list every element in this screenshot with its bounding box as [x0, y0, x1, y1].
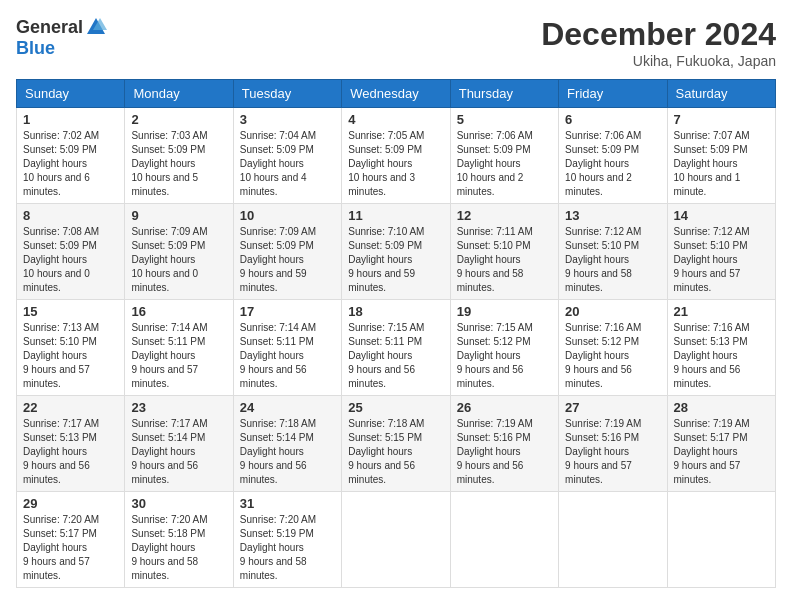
cell-content: Sunrise: 7:14 AM Sunset: 5:11 PM Dayligh…	[240, 321, 335, 391]
table-row: 31 Sunrise: 7:20 AM Sunset: 5:19 PM Dayl…	[233, 492, 341, 588]
page-header: General Blue December 2024 Ukiha, Fukuok…	[16, 16, 776, 69]
month-title: December 2024	[541, 16, 776, 53]
cell-content: Sunrise: 7:11 AM Sunset: 5:10 PM Dayligh…	[457, 225, 552, 295]
day-number: 3	[240, 112, 335, 127]
cell-content: Sunrise: 7:19 AM Sunset: 5:16 PM Dayligh…	[457, 417, 552, 487]
day-number: 1	[23, 112, 118, 127]
cell-content: Sunrise: 7:03 AM Sunset: 5:09 PM Dayligh…	[131, 129, 226, 199]
table-row: 25 Sunrise: 7:18 AM Sunset: 5:15 PM Dayl…	[342, 396, 450, 492]
col-friday: Friday	[559, 80, 667, 108]
day-number: 19	[457, 304, 552, 319]
day-number: 18	[348, 304, 443, 319]
day-number: 4	[348, 112, 443, 127]
cell-content: Sunrise: 7:20 AM Sunset: 5:18 PM Dayligh…	[131, 513, 226, 583]
table-row	[559, 492, 667, 588]
cell-content: Sunrise: 7:18 AM Sunset: 5:14 PM Dayligh…	[240, 417, 335, 487]
table-row: 19 Sunrise: 7:15 AM Sunset: 5:12 PM Dayl…	[450, 300, 558, 396]
calendar-week-row: 1 Sunrise: 7:02 AM Sunset: 5:09 PM Dayli…	[17, 108, 776, 204]
cell-content: Sunrise: 7:10 AM Sunset: 5:09 PM Dayligh…	[348, 225, 443, 295]
day-number: 17	[240, 304, 335, 319]
table-row: 11 Sunrise: 7:10 AM Sunset: 5:09 PM Dayl…	[342, 204, 450, 300]
day-number: 12	[457, 208, 552, 223]
cell-content: Sunrise: 7:09 AM Sunset: 5:09 PM Dayligh…	[240, 225, 335, 295]
day-number: 11	[348, 208, 443, 223]
day-number: 15	[23, 304, 118, 319]
table-row: 20 Sunrise: 7:16 AM Sunset: 5:12 PM Dayl…	[559, 300, 667, 396]
cell-content: Sunrise: 7:04 AM Sunset: 5:09 PM Dayligh…	[240, 129, 335, 199]
day-number: 27	[565, 400, 660, 415]
cell-content: Sunrise: 7:08 AM Sunset: 5:09 PM Dayligh…	[23, 225, 118, 295]
table-row: 22 Sunrise: 7:17 AM Sunset: 5:13 PM Dayl…	[17, 396, 125, 492]
day-number: 22	[23, 400, 118, 415]
day-number: 8	[23, 208, 118, 223]
logo: General Blue	[16, 16, 107, 59]
cell-content: Sunrise: 7:13 AM Sunset: 5:10 PM Dayligh…	[23, 321, 118, 391]
col-monday: Monday	[125, 80, 233, 108]
cell-content: Sunrise: 7:20 AM Sunset: 5:19 PM Dayligh…	[240, 513, 335, 583]
day-number: 21	[674, 304, 769, 319]
logo-blue-text: Blue	[16, 38, 55, 59]
table-row: 23 Sunrise: 7:17 AM Sunset: 5:14 PM Dayl…	[125, 396, 233, 492]
table-row: 12 Sunrise: 7:11 AM Sunset: 5:10 PM Dayl…	[450, 204, 558, 300]
table-row: 9 Sunrise: 7:09 AM Sunset: 5:09 PM Dayli…	[125, 204, 233, 300]
location: Ukiha, Fukuoka, Japan	[541, 53, 776, 69]
logo-icon	[85, 16, 107, 38]
title-area: December 2024 Ukiha, Fukuoka, Japan	[541, 16, 776, 69]
day-number: 25	[348, 400, 443, 415]
cell-content: Sunrise: 7:17 AM Sunset: 5:14 PM Dayligh…	[131, 417, 226, 487]
table-row: 10 Sunrise: 7:09 AM Sunset: 5:09 PM Dayl…	[233, 204, 341, 300]
table-row: 26 Sunrise: 7:19 AM Sunset: 5:16 PM Dayl…	[450, 396, 558, 492]
day-number: 20	[565, 304, 660, 319]
table-row: 7 Sunrise: 7:07 AM Sunset: 5:09 PM Dayli…	[667, 108, 775, 204]
col-thursday: Thursday	[450, 80, 558, 108]
day-number: 28	[674, 400, 769, 415]
day-number: 2	[131, 112, 226, 127]
cell-content: Sunrise: 7:05 AM Sunset: 5:09 PM Dayligh…	[348, 129, 443, 199]
day-number: 29	[23, 496, 118, 511]
table-row: 14 Sunrise: 7:12 AM Sunset: 5:10 PM Dayl…	[667, 204, 775, 300]
cell-content: Sunrise: 7:16 AM Sunset: 5:12 PM Dayligh…	[565, 321, 660, 391]
day-number: 7	[674, 112, 769, 127]
table-row: 16 Sunrise: 7:14 AM Sunset: 5:11 PM Dayl…	[125, 300, 233, 396]
table-row: 21 Sunrise: 7:16 AM Sunset: 5:13 PM Dayl…	[667, 300, 775, 396]
calendar-week-row: 29 Sunrise: 7:20 AM Sunset: 5:17 PM Dayl…	[17, 492, 776, 588]
calendar-week-row: 8 Sunrise: 7:08 AM Sunset: 5:09 PM Dayli…	[17, 204, 776, 300]
table-row: 29 Sunrise: 7:20 AM Sunset: 5:17 PM Dayl…	[17, 492, 125, 588]
table-row: 3 Sunrise: 7:04 AM Sunset: 5:09 PM Dayli…	[233, 108, 341, 204]
table-row: 5 Sunrise: 7:06 AM Sunset: 5:09 PM Dayli…	[450, 108, 558, 204]
table-row	[667, 492, 775, 588]
cell-content: Sunrise: 7:19 AM Sunset: 5:16 PM Dayligh…	[565, 417, 660, 487]
day-number: 16	[131, 304, 226, 319]
cell-content: Sunrise: 7:14 AM Sunset: 5:11 PM Dayligh…	[131, 321, 226, 391]
calendar-week-row: 15 Sunrise: 7:13 AM Sunset: 5:10 PM Dayl…	[17, 300, 776, 396]
table-row: 13 Sunrise: 7:12 AM Sunset: 5:10 PM Dayl…	[559, 204, 667, 300]
cell-content: Sunrise: 7:20 AM Sunset: 5:17 PM Dayligh…	[23, 513, 118, 583]
table-row: 17 Sunrise: 7:14 AM Sunset: 5:11 PM Dayl…	[233, 300, 341, 396]
table-row: 4 Sunrise: 7:05 AM Sunset: 5:09 PM Dayli…	[342, 108, 450, 204]
day-number: 10	[240, 208, 335, 223]
cell-content: Sunrise: 7:07 AM Sunset: 5:09 PM Dayligh…	[674, 129, 769, 199]
cell-content: Sunrise: 7:09 AM Sunset: 5:09 PM Dayligh…	[131, 225, 226, 295]
logo-general-text: General	[16, 17, 83, 38]
cell-content: Sunrise: 7:19 AM Sunset: 5:17 PM Dayligh…	[674, 417, 769, 487]
table-row: 15 Sunrise: 7:13 AM Sunset: 5:10 PM Dayl…	[17, 300, 125, 396]
calendar-week-row: 22 Sunrise: 7:17 AM Sunset: 5:13 PM Dayl…	[17, 396, 776, 492]
cell-content: Sunrise: 7:17 AM Sunset: 5:13 PM Dayligh…	[23, 417, 118, 487]
day-number: 31	[240, 496, 335, 511]
col-sunday: Sunday	[17, 80, 125, 108]
cell-content: Sunrise: 7:16 AM Sunset: 5:13 PM Dayligh…	[674, 321, 769, 391]
cell-content: Sunrise: 7:18 AM Sunset: 5:15 PM Dayligh…	[348, 417, 443, 487]
col-tuesday: Tuesday	[233, 80, 341, 108]
table-row: 30 Sunrise: 7:20 AM Sunset: 5:18 PM Dayl…	[125, 492, 233, 588]
day-number: 30	[131, 496, 226, 511]
table-row: 24 Sunrise: 7:18 AM Sunset: 5:14 PM Dayl…	[233, 396, 341, 492]
cell-content: Sunrise: 7:15 AM Sunset: 5:11 PM Dayligh…	[348, 321, 443, 391]
day-number: 5	[457, 112, 552, 127]
table-row	[450, 492, 558, 588]
cell-content: Sunrise: 7:02 AM Sunset: 5:09 PM Dayligh…	[23, 129, 118, 199]
table-row: 2 Sunrise: 7:03 AM Sunset: 5:09 PM Dayli…	[125, 108, 233, 204]
table-row: 8 Sunrise: 7:08 AM Sunset: 5:09 PM Dayli…	[17, 204, 125, 300]
day-number: 23	[131, 400, 226, 415]
col-saturday: Saturday	[667, 80, 775, 108]
table-row	[342, 492, 450, 588]
